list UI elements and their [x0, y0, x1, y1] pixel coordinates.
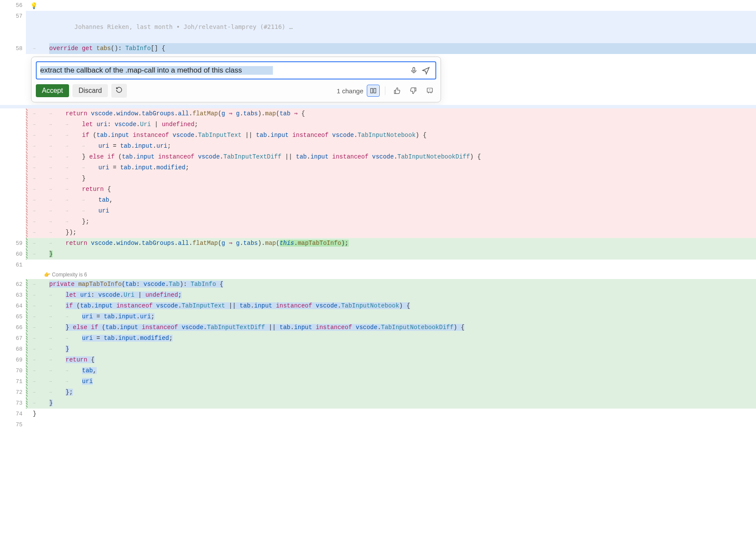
- discard-button[interactable]: Discard: [72, 84, 108, 97]
- code-text: uri: [82, 376, 756, 387]
- code-line-added[interactable]: 62→private mapTabToInfo(tab: vscode.Tab)…: [0, 279, 756, 290]
- code-text: };: [82, 216, 756, 227]
- code-line-removed[interactable]: →→→→uri = tab.input.uri;: [0, 141, 756, 152]
- code-line-added[interactable]: 60 → }: [0, 249, 756, 260]
- line-number: 63: [0, 290, 26, 301]
- line-number: 73: [0, 398, 26, 409]
- code-line-added[interactable]: 73→}: [0, 398, 756, 409]
- code-line-removed[interactable]: →→→};: [0, 216, 756, 227]
- code-line-removed[interactable]: →→→}: [0, 173, 756, 184]
- send-icon[interactable]: [420, 64, 432, 76]
- code-text: private mapTabToInfo(tab: vscode.Tab): T…: [49, 279, 756, 290]
- code-text: let uri: vscode.Uri | undefined;: [82, 119, 756, 130]
- svg-rect-1: [371, 89, 373, 93]
- code-text: uri = tab.input.modified;: [98, 162, 756, 173]
- code-line-added[interactable]: 64→→if (tab.input instanceof vscode.TabI…: [0, 301, 756, 311]
- code-text: }: [49, 249, 756, 260]
- code-line[interactable]: 75: [0, 419, 756, 430]
- diff-view-icon[interactable]: [367, 85, 380, 97]
- inline-chat-widget: Accept Discard 1 change: [31, 57, 441, 102]
- code-line[interactable]: 58 → override get tabs(): TabInfo[] {: [0, 43, 756, 54]
- code-text: override get tabs(): TabInfo[] {: [49, 43, 756, 54]
- code-line-added[interactable]: 71→→→uri: [0, 376, 756, 387]
- thumbs-up-icon[interactable]: [391, 85, 403, 97]
- code-line-added[interactable]: 67→→→uri = tab.input.modified;: [0, 333, 756, 344]
- code-line-added[interactable]: 66→→} else if (tab.input instanceof vsco…: [0, 322, 756, 333]
- code-text: tab,: [98, 195, 756, 206]
- line-number: 56: [0, 0, 26, 11]
- svg-rect-0: [413, 67, 415, 71]
- code-line-removed[interactable]: →→→→tab,: [0, 195, 756, 206]
- code-line-removed[interactable]: →→→→uri: [0, 206, 756, 216]
- code-line-removed[interactable]: →→→if (tab.input instanceof vscode.TabIn…: [0, 130, 756, 141]
- line-number: 72: [0, 387, 26, 398]
- code-line-removed[interactable]: →→→return {: [0, 184, 756, 195]
- git-blame-annotation: Johannes Rieken, last month • Joh/releva…: [28, 11, 756, 43]
- code-line[interactable]: 56 💡: [0, 0, 756, 11]
- code-line[interactable]: 61: [0, 260, 756, 270]
- code-line-removed[interactable]: →→return vscode.window.tabGroups.all.fla…: [0, 108, 756, 119]
- code-editor[interactable]: 56 💡 57 Johannes Rieken, last month • Jo…: [0, 0, 756, 430]
- code-line-added[interactable]: 59 →→ return vscode.window.tabGroups.all…: [0, 238, 756, 249]
- mic-icon[interactable]: [408, 64, 420, 76]
- code-line-removed[interactable]: →→→let uri: vscode.Uri | undefined;: [0, 119, 756, 130]
- code-text: return vscode.window.tabGroups.all.flatM…: [66, 238, 756, 249]
- code-text: }: [82, 173, 756, 184]
- chat-toolbar: Accept Discard 1 change: [36, 84, 436, 98]
- line-number: 74: [0, 409, 26, 419]
- accept-button[interactable]: Accept: [36, 84, 69, 97]
- code-line-added[interactable]: 68→→}: [0, 344, 756, 355]
- code-line-added[interactable]: 70→→→tab,: [0, 365, 756, 376]
- line-number: 57: [0, 11, 26, 43]
- code-line-added[interactable]: 72→→};: [0, 387, 756, 398]
- code-line-added[interactable]: 65→→→uri = tab.input.uri;: [0, 311, 756, 322]
- code-text: return vscode.window.tabGroups.all.flatM…: [66, 108, 756, 119]
- svg-rect-2: [374, 89, 376, 93]
- code-line[interactable]: 74 }: [0, 409, 756, 419]
- code-text: if (tab.input instanceof vscode.TabInput…: [66, 301, 756, 311]
- code-line-added[interactable]: 63→→let uri: vscode.Uri | undefined;: [0, 290, 756, 301]
- code-text: }: [33, 409, 756, 419]
- changes-count: 1 change: [337, 87, 363, 95]
- code-text: uri = tab.input.uri;: [82, 311, 756, 322]
- line-number: 64: [0, 301, 26, 311]
- code-line-removed[interactable]: →→});: [0, 227, 756, 238]
- line-number: 68: [0, 344, 26, 355]
- line-number: 60: [0, 249, 26, 260]
- code-text: uri = tab.input.uri;: [98, 141, 756, 152]
- code-text: return {: [66, 355, 756, 365]
- line-number: 61: [0, 260, 26, 270]
- divider: [385, 86, 385, 95]
- code-text: }: [49, 398, 756, 409]
- code-text: uri: [98, 206, 756, 216]
- lightbulb-icon[interactable]: 💡: [30, 1, 38, 12]
- report-issue-icon[interactable]: [423, 85, 436, 97]
- code-text: let uri: vscode.Uri | undefined;: [66, 290, 756, 301]
- chat-input[interactable]: [40, 66, 408, 75]
- line-number: 66: [0, 322, 26, 333]
- code-text: uri = tab.input.modified;: [82, 333, 756, 344]
- code-text: }: [66, 344, 756, 355]
- line-number: 62: [0, 279, 26, 290]
- line-number: 75: [0, 419, 26, 430]
- thumbs-down-icon[interactable]: [407, 85, 420, 97]
- line-number: 59: [0, 238, 26, 249]
- line-number: 69: [0, 355, 26, 365]
- code-line-removed[interactable]: →→→→uri = tab.input.modified;: [0, 162, 756, 173]
- rerun-button[interactable]: [111, 84, 127, 98]
- code-line[interactable]: 57 Johannes Rieken, last month • Joh/rel…: [0, 11, 756, 43]
- code-line-removed[interactable]: →→→} else if (tab.input instanceof vscod…: [0, 152, 756, 162]
- code-text: if (tab.input instanceof vscode.TabInput…: [82, 130, 756, 141]
- chat-input-row: [36, 61, 436, 79]
- code-line-added[interactable]: 69→→return {: [0, 355, 756, 365]
- code-text: } else if (tab.input instanceof vscode.T…: [66, 322, 756, 333]
- codelens-complexity[interactable]: Complexity is 6: [0, 270, 756, 279]
- code-text: return {: [82, 184, 756, 195]
- code-text: } else if (tab.input instanceof vscode.T…: [82, 152, 756, 162]
- line-number: 71: [0, 376, 26, 387]
- code-text: tab,: [82, 365, 756, 376]
- line-number: 58: [0, 43, 26, 54]
- line-number: 65: [0, 311, 26, 322]
- code-text: };: [66, 387, 756, 398]
- line-number: 70: [0, 365, 26, 376]
